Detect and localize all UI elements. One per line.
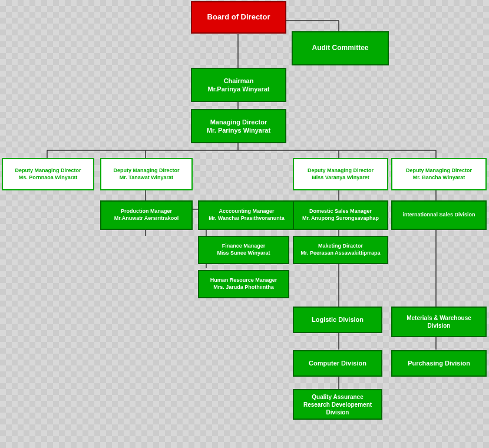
deputy-4: Deputy Managing Director Mr. Bancha Winy… [391,158,487,190]
audit-committee: Audit Committee [292,31,389,65]
managing-director: Managing Director Mr. Parinys Winyarat [191,109,286,143]
deputy-1: Deputy Managing Director Ms. Pornnaoa Wi… [2,158,94,190]
maketing-director: Maketing Diractor Mr. Peerasan Assawakit… [293,236,388,264]
materials-warehouse: Meterials & Warehouse Division [391,307,487,337]
logistic-division: Logistic Division [293,307,382,333]
domestic-sales-manager: Domestic Sales Manager Mr. Anupong Suron… [293,200,388,230]
purchasing-division: Purchasing Division [391,350,487,377]
board-of-director: Board of Director [191,1,286,34]
production-manager: Production Manager Mr.Anuwatr Aersiritra… [100,200,193,230]
deputy-3: Deputy Managing Director Miss Varanya Wi… [293,158,388,190]
international-sales: internationnal Sales Division [391,200,487,230]
computer-division: Computer Division [293,350,382,377]
accounting-manager: Acccounting Manager Mr. Wanchai Prasithv… [198,200,295,230]
chairman: Chairman Mr.Parinya Winyarat [191,68,286,102]
org-chart: Board of Director Audit Committee Chairm… [0,0,489,12]
finance-manager: Finance Manager Miss Sunee Winyarat [198,236,289,264]
quality-assurance: Quality Assurance Research Developement … [293,389,382,420]
deputy-2: Deputy Managing Director Mr. Tanawat Win… [100,158,193,190]
hr-manager: Human Resource Manager Mrs. Jaruda Photh… [198,270,289,298]
